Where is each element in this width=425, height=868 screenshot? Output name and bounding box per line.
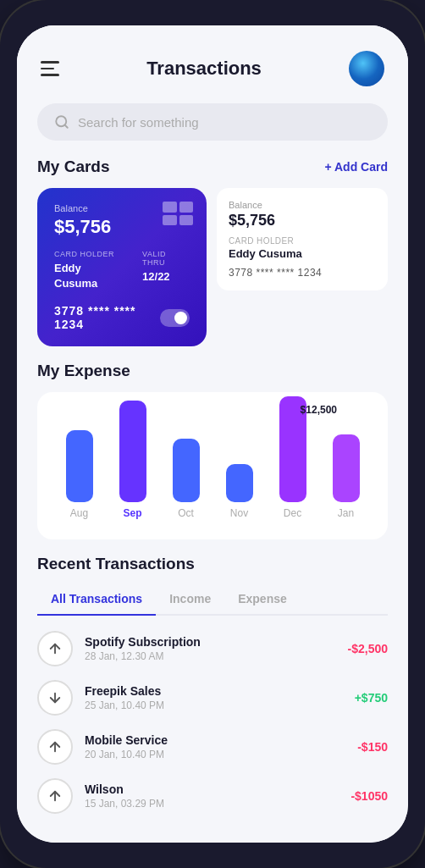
screen-content: Transactions Search for something My Car… <box>17 25 408 843</box>
transaction-name: Freepik Sales <box>85 684 343 698</box>
mini-balance-value: $5,756 <box>229 212 376 229</box>
arrow-up-icon <box>37 729 73 765</box>
mini-holder-value: Eddy Cusuma <box>229 247 376 260</box>
search-placeholder: Search for something <box>78 115 199 130</box>
transactions-title: Recent Transactions <box>37 555 388 573</box>
card-chip-icon <box>163 202 193 225</box>
transaction-list: Spotify Subscription28 Jan, 12.30 AM-$2,… <box>37 631 388 814</box>
bar-group: Aug <box>52 430 106 519</box>
header: Transactions <box>17 25 408 99</box>
card-holder-value: Eddy Cusuma <box>54 262 97 290</box>
bar-group: Nov <box>212 464 266 519</box>
avatar[interactable] <box>349 51 384 86</box>
bar-group: Jan <box>319 434 373 519</box>
bar-group: Oct <box>159 439 212 519</box>
chart-bars: AugSepOctNovDecJan <box>52 409 373 519</box>
main-credit-card[interactable]: Balance $5,756 CARD HOLDER Eddy Cusuma V… <box>37 188 207 346</box>
chart-peak-label: $12,500 <box>301 404 337 416</box>
transaction-info: Freepik Sales25 Jan, 10.40 PM <box>85 684 343 711</box>
search-bar[interactable]: Search for something <box>37 103 388 141</box>
chart-bar <box>119 401 146 502</box>
card-toggle[interactable] <box>160 309 190 327</box>
card-holder-info: CARD HOLDER Eddy Cusuma <box>54 250 125 290</box>
chart-bar <box>173 439 200 502</box>
transaction-amount: -$1050 <box>350 789 388 803</box>
transaction-date: 28 Jan, 12.30 AM <box>85 650 336 662</box>
menu-icon[interactable] <box>41 61 59 76</box>
chart-bar <box>66 430 93 502</box>
transaction-date: 25 Jan, 10.40 PM <box>85 699 343 711</box>
card-valid-value: 12/22 <box>142 270 170 283</box>
my-cards-header: My Cards + Add Card <box>37 158 388 176</box>
mini-card[interactable]: Balance $5,756 CARD HOLDER Eddy Cusuma 3… <box>217 188 388 290</box>
arrow-up-icon <box>37 778 73 814</box>
mini-holder-label: CARD HOLDER <box>229 236 376 246</box>
arrow-down-icon <box>37 680 73 716</box>
bar-label: Aug <box>70 507 88 519</box>
my-cards-section: My Cards + Add Card <box>17 158 408 346</box>
bar-label: Jan <box>338 507 354 519</box>
page-title: Transactions <box>146 58 262 80</box>
transaction-item: Spotify Subscription28 Jan, 12.30 AM-$2,… <box>37 631 388 666</box>
bar-label: Sep <box>123 507 141 519</box>
expense-title: My Expense <box>37 362 388 380</box>
add-card-button[interactable]: + Add Card <box>324 160 388 174</box>
expense-section: My Expense $12,500 AugSepOctNovDecJan <box>17 362 408 539</box>
bar-group: Sep <box>106 401 159 519</box>
transaction-amount: +$750 <box>355 691 388 705</box>
tab-item[interactable]: All Transactions <box>37 585 156 616</box>
chart-bar <box>333 434 360 502</box>
transaction-item: Wilson15 Jan, 03.29 PM-$1050 <box>37 778 388 814</box>
card-number: 3778 **** **** 1234 <box>54 304 160 331</box>
tab-item[interactable]: Income <box>156 585 224 616</box>
mini-balance-label: Balance <box>229 200 376 210</box>
bar-label: Nov <box>230 507 248 519</box>
transaction-date: 15 Jan, 03.29 PM <box>85 798 339 810</box>
bar-label: Dec <box>284 507 301 519</box>
tab-row: All TransactionsIncomeExpense <box>37 585 388 616</box>
card-info-row: CARD HOLDER Eddy Cusuma VALID THRU 12/22 <box>54 250 190 290</box>
tab-item[interactable]: Expense <box>224 585 301 616</box>
transaction-name: Spotify Subscription <box>85 635 336 649</box>
bar-label: Oct <box>178 507 194 519</box>
card-valid-label: VALID THRU <box>142 250 190 267</box>
card-holder-label: CARD HOLDER <box>54 250 125 258</box>
phone-screen: Transactions Search for something My Car… <box>17 25 408 843</box>
transaction-info: Spotify Subscription28 Jan, 12.30 AM <box>85 635 336 662</box>
transaction-date: 20 Jan, 10.40 PM <box>85 749 345 760</box>
transaction-amount: -$150 <box>357 740 388 754</box>
transactions-section: Recent Transactions All TransactionsInco… <box>17 555 408 814</box>
card-number-row: 3778 **** **** 1234 <box>54 304 190 331</box>
chart-bar <box>226 464 253 502</box>
my-cards-title: My Cards <box>37 158 110 176</box>
transaction-item: Freepik Sales25 Jan, 10.40 PM+$750 <box>37 680 388 716</box>
phone-shell: Transactions Search for something My Car… <box>0 0 425 868</box>
cards-row: Balance $5,756 CARD HOLDER Eddy Cusuma V… <box>37 188 388 346</box>
expense-chart: $12,500 AugSepOctNovDecJan <box>37 392 388 539</box>
arrow-up-icon <box>37 631 73 666</box>
card-valid-info: VALID THRU 12/22 <box>142 250 190 290</box>
transaction-name: Mobile Service <box>85 733 345 747</box>
transaction-amount: -$2,500 <box>348 642 388 655</box>
transaction-info: Wilson15 Jan, 03.29 PM <box>85 782 339 810</box>
mini-card-number: 3778 **** **** 1234 <box>229 267 376 279</box>
search-icon <box>54 114 69 130</box>
transaction-info: Mobile Service20 Jan, 10.40 PM <box>85 733 345 760</box>
svg-line-1 <box>64 124 67 127</box>
transaction-item: Mobile Service20 Jan, 10.40 PM-$150 <box>37 729 388 765</box>
transaction-name: Wilson <box>85 782 339 796</box>
